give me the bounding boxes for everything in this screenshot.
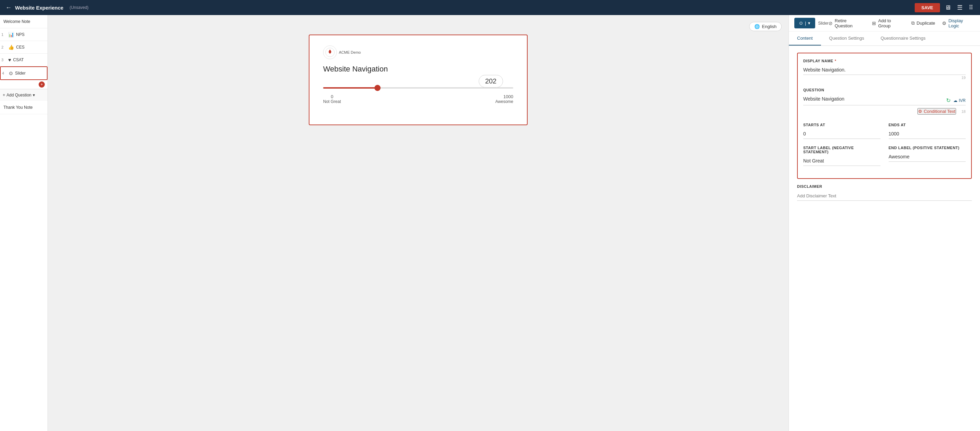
refresh-icon-button[interactable]: ↻	[946, 97, 951, 103]
duplicate-icon: ⧉	[911, 20, 915, 26]
right-panel: ⊙ | ▾ Slider ⊘ Retire Question ⊞ Add to …	[789, 15, 980, 431]
retire-label: Retire Question	[835, 18, 865, 29]
ivr-label: IVR	[959, 98, 966, 103]
slider-container[interactable]: 202 0 Not Great 1000 Awesome	[323, 87, 513, 104]
menu-icon-button[interactable]: ☰	[956, 2, 964, 13]
question-title: Website Navigation	[323, 65, 513, 73]
start-label-col: START LABEL (NEGATIVE STATEMENT)	[803, 146, 880, 166]
conditional-text-label: Conditional Text	[924, 109, 955, 114]
header-left: ← Website Experience (Unsaved)	[5, 4, 89, 11]
slider-label: Slider	[15, 71, 25, 76]
panel-toolbar-right: ⊘ Retire Question ⊞ Add to Group ⧉ Dupli…	[829, 18, 975, 29]
start-label-label: START LABEL (NEGATIVE STATEMENT)	[803, 146, 880, 154]
add-question-button[interactable]: + Add Question ▾	[0, 89, 48, 101]
ivr-button[interactable]: ☁ IVR	[953, 98, 966, 103]
slider-type-button[interactable]: ⊙ | ▾	[794, 18, 815, 29]
question-number-3: 3	[2, 58, 3, 62]
disclaimer-section: DISCLAIMER	[797, 184, 972, 201]
slider-min-num: 0	[323, 94, 341, 99]
slider-type-icon: ⊙	[799, 21, 803, 25]
disclaimer-label: DISCLAIMER	[797, 184, 972, 188]
monitor-icon-button[interactable]: 🖥	[943, 3, 952, 13]
hierarchy-icon-button[interactable]: ⠿	[967, 2, 975, 13]
nps-icon: 📊	[8, 32, 14, 37]
question-number-1: 1	[2, 32, 3, 37]
disclaimer-input[interactable]	[797, 191, 972, 201]
question-icons: ↻ ☁ IVR	[946, 97, 966, 103]
csat-label: CSAT	[13, 57, 24, 62]
tab-questionnaire-settings[interactable]: Questionnaire Settings	[872, 32, 934, 46]
ends-at-col: ENDS AT	[889, 123, 966, 139]
sidebar: Welcome Note 1 📊 NPS 2 👍 CES 3 ♥ CSAT 4 …	[0, 15, 48, 431]
starts-at-label: STARTS AT	[803, 123, 880, 127]
sidebar-item-nps[interactable]: 1 📊 NPS	[0, 29, 48, 41]
starts-at-input[interactable]	[803, 129, 880, 139]
slider-min-text: Not Great	[323, 99, 341, 104]
add-group-label: Add to Group	[878, 18, 904, 29]
welcome-note-item[interactable]: Welcome Note	[0, 15, 48, 29]
start-label-input[interactable]	[803, 156, 880, 166]
csat-icon: ♥	[8, 57, 11, 63]
end-label-label: END LABEL (POSITIVE STATEMENT)	[889, 146, 966, 150]
survey-logo: ACME Demo	[323, 46, 513, 59]
plus-icon: +	[3, 93, 5, 97]
slider-value-bubble: 202	[479, 75, 503, 87]
tab-question-settings[interactable]: Question Settings	[821, 32, 873, 46]
retire-question-action[interactable]: ⊘ Retire Question	[829, 18, 865, 29]
slider-fill	[323, 87, 377, 89]
question-input[interactable]	[803, 94, 943, 103]
logo-circle	[323, 46, 337, 59]
language-button[interactable]: 🌐 English	[749, 22, 782, 31]
tab-content[interactable]: Content	[789, 32, 821, 46]
question-label: QUESTION	[803, 88, 966, 92]
ces-icon: 👍	[8, 45, 14, 50]
question-field-row: ↻ ☁ IVR	[803, 94, 966, 105]
chevron-down-icon: ▾	[33, 93, 35, 97]
slider-thumb[interactable]	[374, 85, 380, 91]
retire-icon: ⊘	[829, 21, 833, 26]
sidebar-item-ces[interactable]: 2 👍 CES	[0, 41, 48, 54]
thank-you-note-item[interactable]: Thank You Note	[0, 101, 48, 114]
add-question-label: Add Question	[6, 93, 32, 97]
display-name-section: DISPLAY NAME * 19	[803, 59, 966, 80]
save-button[interactable]: SAVE	[915, 3, 940, 12]
labels-row: START LABEL (NEGATIVE STATEMENT) END LAB…	[803, 146, 966, 166]
sidebar-item-slider[interactable]: 4 ⊙ Slider	[0, 66, 48, 80]
question-char-count: 18	[961, 110, 966, 114]
sidebar-item-csat[interactable]: 3 ♥ CSAT	[0, 54, 48, 66]
canvas-toolbar: 🌐 English	[55, 22, 782, 31]
canvas-area: 🌐 English ACME Demo Website Navigation	[48, 15, 789, 431]
add-group-icon: ⊞	[872, 21, 876, 26]
display-name-char-count: 19	[803, 76, 966, 80]
panel-toolbar-left: ⊙ | ▾ Slider	[794, 18, 829, 29]
translate-icon: 🌐	[754, 24, 760, 29]
display-name-input[interactable]	[803, 65, 966, 75]
ends-at-input[interactable]	[889, 129, 966, 139]
display-logic-icon: ⚙	[942, 21, 947, 26]
add-to-group-action[interactable]: ⊞ Add to Group	[872, 18, 904, 29]
header-right: SAVE 🖥 ☰ ⠿	[915, 2, 975, 13]
end-label-input[interactable]	[889, 152, 966, 162]
display-logic-action[interactable]: ⚙ Display Logic	[942, 18, 975, 29]
conditional-text-button[interactable]: ⚙ Conditional Text	[918, 108, 956, 115]
panel-tabs: Content Question Settings Questionnaire …	[789, 32, 980, 46]
slider-max-text: Awesome	[495, 99, 513, 104]
question-section: QUESTION ↻ ☁ IVR ⚙	[803, 88, 966, 115]
ces-label: CES	[16, 45, 25, 49]
slider-icon: ⊙	[9, 70, 13, 76]
panel-content: DISPLAY NAME * 19 QUESTION ↻ ☁	[789, 46, 980, 431]
gear-icon: ⚙	[918, 109, 922, 114]
slider-min-label: 0 Not Great	[323, 94, 341, 104]
duplicate-label: Duplicate	[917, 21, 935, 25]
app-header: ← Website Experience (Unsaved) SAVE 🖥 ☰ …	[0, 0, 980, 15]
display-logic-label: Display Logic	[948, 18, 975, 29]
slider-labels: 0 Not Great 1000 Awesome	[323, 94, 513, 104]
add-circle-icon[interactable]: +	[39, 81, 45, 87]
chevron-icon: ▾	[808, 21, 810, 25]
cloud-icon: ☁	[953, 98, 958, 103]
back-button[interactable]: ←	[5, 4, 12, 11]
range-row: STARTS AT ENDS AT	[803, 123, 966, 139]
page-title: Website Experience	[15, 5, 63, 11]
duplicate-action[interactable]: ⧉ Duplicate	[911, 20, 935, 26]
logo-svg	[325, 48, 335, 57]
